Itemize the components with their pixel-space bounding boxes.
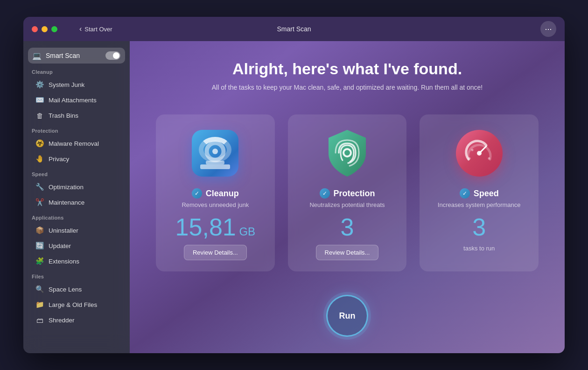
sidebar-item-space-lens[interactable]: 🔍 Space Lens xyxy=(27,282,126,297)
svg-point-6 xyxy=(468,157,470,160)
sidebar-item-privacy[interactable]: 🤚 Privacy xyxy=(27,151,126,166)
title-bar: ‹ Start Over Smart Scan ··· xyxy=(23,17,565,41)
space-lens-icon: 🔍 xyxy=(35,285,44,293)
gauge-svg xyxy=(463,137,496,170)
maintenance-icon: ✂️ xyxy=(35,198,44,206)
maximize-button[interactable] xyxy=(51,26,57,32)
sidebar-item-smart-scan[interactable]: 💻 Smart Scan xyxy=(28,48,125,64)
back-label: Start Over xyxy=(84,26,112,33)
sidebar-item-optimization[interactable]: 🔧 Optimization xyxy=(27,179,126,194)
cleanup-value: 15,81 GB xyxy=(175,215,255,239)
disk-svg xyxy=(201,139,229,167)
sidebar-item-uninstaller[interactable]: 📦 Uninstaller xyxy=(27,223,126,238)
sidebar-item-shredder[interactable]: 🗃 Shredder xyxy=(27,313,126,327)
system-junk-label: System Junk xyxy=(49,81,84,88)
sidebar-item-updater[interactable]: 🔄 Updater xyxy=(27,238,126,253)
speed-check-icon: ✓ xyxy=(460,188,470,199)
svg-point-8 xyxy=(488,157,490,160)
sidebar-section-applications: Applications xyxy=(23,210,130,222)
speed-card: ✓ Speed Increases system performance 3 t… xyxy=(420,114,539,271)
sidebar-item-trash-bins[interactable]: 🗑 Trash Bins xyxy=(27,108,126,123)
speed-number: 3 xyxy=(472,213,486,241)
protection-card-title: Protection xyxy=(334,189,375,199)
system-junk-icon: ⚙️ xyxy=(35,80,44,89)
back-chevron-icon: ‹ xyxy=(79,25,82,33)
speed-tasks-label: tasks to run xyxy=(463,245,495,252)
shredder-label: Shredder xyxy=(49,317,75,324)
malware-removal-label: Malware Removal xyxy=(49,140,99,147)
smart-scan-label: Smart Scan xyxy=(46,52,80,59)
large-old-files-label: Large & Old Files xyxy=(49,301,97,308)
malware-removal-icon: ☣️ xyxy=(35,139,44,148)
speed-card-title: Speed xyxy=(474,189,499,199)
maintenance-label: Maintenance xyxy=(49,199,84,206)
optimization-label: Optimization xyxy=(49,184,84,191)
main-content: Alright, here's what I've found. All of … xyxy=(130,41,565,353)
back-button[interactable]: ‹ Start Over xyxy=(79,25,112,33)
trash-bins-label: Trash Bins xyxy=(49,112,78,119)
speed-icon-wrap xyxy=(454,128,505,179)
space-lens-label: Space Lens xyxy=(49,286,82,293)
svg-point-7 xyxy=(471,149,473,151)
sidebar-item-maintenance[interactable]: ✂️ Maintenance xyxy=(27,195,126,210)
svg-point-0 xyxy=(207,143,224,160)
protection-check-icon: ✓ xyxy=(320,188,330,199)
protection-number: 3 xyxy=(341,213,354,241)
minimize-button[interactable] xyxy=(42,26,48,32)
uninstaller-icon: 📦 xyxy=(35,226,44,235)
updater-label: Updater xyxy=(49,242,71,249)
cleanup-card-title: Cleanup xyxy=(206,189,239,199)
shield-svg xyxy=(324,128,371,179)
privacy-label: Privacy xyxy=(49,156,69,163)
protection-value: 3 xyxy=(341,215,354,239)
sidebar-section-speed: Speed xyxy=(23,167,130,179)
speed-card-desc: Increases system performance xyxy=(438,201,521,208)
cleanup-review-button[interactable]: Review Details... xyxy=(184,245,247,260)
svg-rect-2 xyxy=(206,161,224,164)
sidebar-item-large-old-files[interactable]: 📁 Large & Old Files xyxy=(27,297,126,312)
cleanup-check-icon: ✓ xyxy=(192,188,202,199)
sidebar-item-malware-removal[interactable]: ☣️ Malware Removal xyxy=(27,136,126,151)
updater-icon: 🔄 xyxy=(35,242,44,250)
ellipsis-icon: ··· xyxy=(545,24,552,34)
smart-scan-toggle[interactable] xyxy=(105,51,120,60)
run-button[interactable]: Run xyxy=(326,295,368,337)
speed-value: 3 xyxy=(472,215,486,239)
sidebar-item-extensions[interactable]: 🧩 Extensions xyxy=(27,254,126,269)
main-headline: Alright, here's what I've found. xyxy=(232,60,462,78)
mail-attachments-icon: ✉️ xyxy=(35,96,44,104)
svg-point-5 xyxy=(477,151,482,156)
sidebar-item-mail-attachments[interactable]: ✉️ Mail Attachments xyxy=(27,92,126,107)
speed-gauge-icon xyxy=(456,130,503,177)
cleanup-card-desc: Removes unneeded junk xyxy=(182,201,249,208)
svg-point-1 xyxy=(212,149,218,154)
cleanup-number: 15,81 xyxy=(175,213,236,241)
cleanup-unit: GB xyxy=(236,225,255,238)
sidebar-section-files: Files xyxy=(23,269,130,281)
traffic-lights xyxy=(32,26,57,32)
uninstaller-label: Uninstaller xyxy=(49,227,78,234)
protection-icon-wrap xyxy=(322,128,373,179)
protection-card-desc: Neutralizes potential threats xyxy=(309,201,385,208)
sidebar: 💻 Smart Scan Cleanup ⚙️ System Junk ✉️ M… xyxy=(23,41,130,353)
speed-title-row: ✓ Speed xyxy=(460,188,499,199)
protection-review-button[interactable]: Review Details... xyxy=(316,245,379,260)
extensions-icon: 🧩 xyxy=(35,257,44,265)
sidebar-item-system-junk[interactable]: ⚙️ System Junk xyxy=(27,77,126,92)
mail-attachments-label: Mail Attachments xyxy=(49,97,97,104)
cleanup-disk-icon xyxy=(192,130,238,177)
sidebar-sections: Cleanup ⚙️ System Junk ✉️ Mail Attachmen… xyxy=(23,64,130,328)
content-area: 💻 Smart Scan Cleanup ⚙️ System Junk ✉️ M… xyxy=(23,41,565,353)
window-title: Smart Scan xyxy=(277,25,311,33)
cleanup-card: ✓ Cleanup Removes unneeded junk 15,81 GB… xyxy=(156,114,275,271)
settings-button[interactable]: ··· xyxy=(540,21,556,37)
sidebar-section-cleanup: Cleanup xyxy=(23,64,130,77)
optimization-icon: 🔧 xyxy=(35,183,44,191)
large-old-files-icon: 📁 xyxy=(35,300,44,309)
shredder-icon: 🗃 xyxy=(35,316,44,324)
main-subtitle: All of the tasks to keep your Mac clean,… xyxy=(212,84,483,91)
close-button[interactable] xyxy=(32,26,38,32)
protection-card: ✓ Protection Neutralizes potential threa… xyxy=(288,114,407,271)
privacy-icon: 🤚 xyxy=(35,155,44,163)
settings-area: ··· xyxy=(540,21,556,37)
